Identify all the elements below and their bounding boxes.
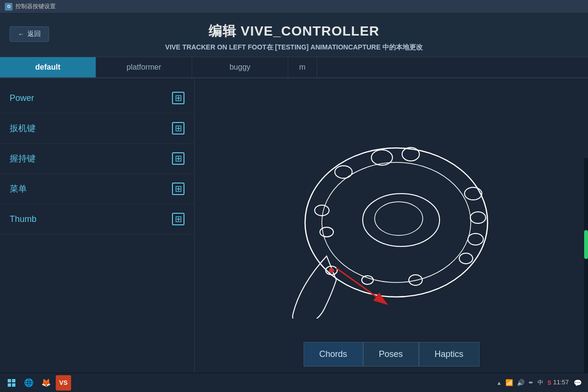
tray-lang-icon[interactable]: 中 <box>538 379 543 387</box>
svg-point-5 <box>465 187 482 200</box>
binding-power[interactable]: Power ⊞ <box>0 83 194 113</box>
haptics-button[interactable]: Haptics <box>419 342 479 367</box>
binding-menu-label: 菜单 <box>10 183 27 195</box>
action-buttons: Chords Poses Haptics <box>303 342 479 367</box>
svg-point-12 <box>330 269 333 272</box>
taskbar-chrome-icon[interactable]: 🌐 <box>21 375 37 391</box>
taskbar-notification-icon[interactable]: 💬 <box>571 376 584 390</box>
svg-point-14 <box>362 276 373 284</box>
tray-input-icon[interactable]: S <box>547 380 551 386</box>
svg-rect-19 <box>8 379 11 382</box>
svg-rect-20 <box>12 379 15 382</box>
taskbar-time: 11:57 <box>553 379 569 387</box>
back-button[interactable]: ← 返回 <box>10 26 49 42</box>
svg-point-8 <box>459 253 473 264</box>
binding-trigger[interactable]: 扳机键 ⊞ <box>0 113 194 144</box>
taskbar-windows-icon[interactable] <box>4 375 19 391</box>
svg-point-3 <box>402 147 419 161</box>
content-area: Power ⊞ 扳机键 ⊞ 握持键 ⊞ 菜单 ⊞ Thumb ⊞ <box>0 78 588 391</box>
controller-image <box>247 88 536 318</box>
expand-menu-icon[interactable]: ⊞ <box>172 183 184 195</box>
expand-trigger-icon[interactable]: ⊞ <box>172 122 184 135</box>
tab-bar: default platformer buggy m <box>0 57 588 78</box>
taskbar-firefox-icon[interactable]: 🦊 <box>38 375 54 391</box>
taskbar-app-icon[interactable]: VS <box>56 375 71 391</box>
svg-point-7 <box>468 233 483 245</box>
tray-volume-icon[interactable]: 🔊 <box>517 379 525 386</box>
right-panel: Chords Poses Haptics <box>195 78 588 391</box>
taskbar: 🌐 🦊 VS ▲ 📶 🔊 ✒ 中 S 11:57 💬 <box>0 373 588 392</box>
binding-grip[interactable]: 握持键 ⊞ <box>0 144 194 174</box>
binding-power-label: Power <box>10 93 34 103</box>
title-bar-text: 控制器按键设置 <box>15 2 56 11</box>
svg-point-13 <box>409 275 422 285</box>
tab-default[interactable]: default <box>0 57 96 77</box>
chords-button[interactable]: Chords <box>303 342 363 367</box>
svg-point-2 <box>371 150 392 165</box>
svg-point-4 <box>335 166 352 178</box>
binding-trigger-label: 扳机键 <box>10 122 36 134</box>
back-label: 返回 <box>27 30 41 38</box>
title-bar: ⚙ 控制器按键设置 <box>0 0 588 13</box>
expand-thumb-icon[interactable]: ⊞ <box>172 213 184 225</box>
scrollbar-thumb[interactable] <box>584 230 588 259</box>
binding-thumb[interactable]: Thumb ⊞ <box>0 204 194 234</box>
page-subtitle: VIVE TRACKER ON LEFT FOOT在 [TESTING] ANI… <box>0 43 588 52</box>
back-arrow-icon: ← <box>18 30 24 38</box>
binding-thumb-label: Thumb <box>10 214 37 224</box>
tab-buggy[interactable]: buggy <box>192 57 288 77</box>
scrollbar[interactable] <box>584 158 588 392</box>
poses-button[interactable]: Poses <box>363 342 418 367</box>
tray-pen-icon[interactable]: ✒ <box>528 379 534 386</box>
binding-grip-label: 握持键 <box>10 153 36 164</box>
expand-power-icon[interactable]: ⊞ <box>172 92 184 104</box>
svg-point-15 <box>315 205 329 216</box>
title-bar-icon: ⚙ <box>5 3 12 11</box>
svg-point-16 <box>320 227 333 237</box>
left-panel: Power ⊞ 扳机键 ⊞ 握持键 ⊞ 菜单 ⊞ Thumb ⊞ <box>0 78 195 391</box>
tray-network-icon: 📶 <box>505 379 513 386</box>
tab-platformer[interactable]: platformer <box>96 57 192 77</box>
svg-point-6 <box>470 212 486 223</box>
tab-more[interactable]: m <box>288 57 317 77</box>
svg-point-1 <box>322 162 471 282</box>
binding-menu[interactable]: 菜单 ⊞ <box>0 174 194 204</box>
taskbar-sys-tray: ▲ 📶 🔊 ✒ 中 S <box>497 379 551 387</box>
tray-chevron-icon[interactable]: ▲ <box>497 380 502 386</box>
svg-point-10 <box>375 202 423 235</box>
svg-rect-21 <box>8 383 11 387</box>
svg-rect-22 <box>12 383 15 387</box>
svg-line-17 <box>336 268 387 304</box>
clock: 11:57 <box>553 379 569 387</box>
page-title: 编辑 VIVE_CONTROLLER <box>0 22 588 40</box>
main-header: 编辑 VIVE_CONTROLLER VIVE TRACKER ON LEFT … <box>0 13 588 57</box>
expand-grip-icon[interactable]: ⊞ <box>172 152 184 165</box>
